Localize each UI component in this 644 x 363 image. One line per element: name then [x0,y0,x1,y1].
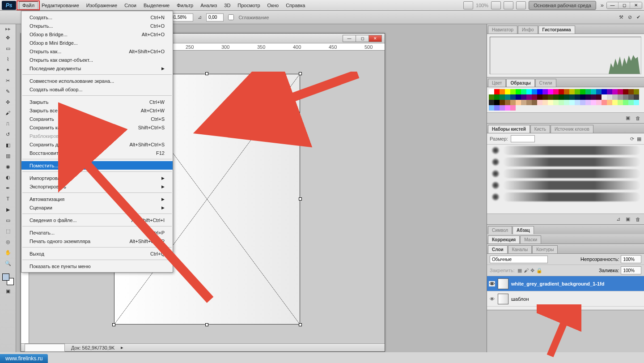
swatch[interactable] [526,100,532,105]
lock-transparent-icon[interactable]: ▦ [517,268,522,273]
file-menu-item[interactable]: СохранитьCtrl+S [21,115,173,123]
history-brush-icon[interactable]: ↺ [3,129,13,139]
tab-brush[interactable]: Кисть [530,125,550,133]
swatch[interactable] [596,89,602,94]
swatch[interactable] [542,89,548,94]
swatch[interactable] [618,100,623,105]
tab-styles[interactable]: Стили [535,79,556,87]
file-menu-item[interactable]: Импортировать▶ [21,174,173,182]
tab-character[interactable]: Символ [488,226,512,234]
file-menu-item[interactable]: Поместить... [21,161,173,170]
swatch[interactable] [596,94,602,100]
swatch[interactable] [602,89,607,94]
swatch[interactable] [580,89,585,94]
brush-preset-list[interactable] [487,145,644,214]
delete-brush-icon[interactable]: 🗑 [636,217,640,222]
tab-paths[interactable]: Контуры [532,245,558,253]
file-menu-item[interactable]: Закрыть всеAlt+Ctrl+W [21,106,173,115]
quickmask-icon[interactable]: ▣ [3,286,13,296]
swatch[interactable] [532,100,537,105]
status-zoom[interactable] [25,344,65,352]
swatch[interactable] [591,100,596,105]
blur-tool-icon[interactable]: ◉ [3,162,13,171]
stamp-tool-icon[interactable]: ⎍ [3,119,13,128]
swatch[interactable] [564,100,569,105]
lock-position-icon[interactable]: ✥ [530,268,534,273]
path-select-icon[interactable]: ▶ [3,205,13,214]
swatch[interactable] [564,89,569,94]
swatch[interactable] [553,100,559,105]
swatch[interactable] [585,94,591,100]
file-menu-item[interactable]: Совместное использование экрана... [21,77,173,85]
swatch[interactable] [602,100,607,105]
file-menu-item[interactable]: Сведения о файле...Alt+Shift+Ctrl+I [21,216,173,224]
transform-handle[interactable] [205,323,208,326]
anti-alias-checkbox[interactable] [228,14,234,20]
warp-icon[interactable]: ⚒ [619,14,623,20]
swatch[interactable] [489,94,494,100]
swatch[interactable] [510,89,516,94]
menu-filter[interactable]: Фильтр [173,1,197,9]
move-tool-icon[interactable]: ✥ [3,33,13,43]
tab-channels[interactable]: Каналы [508,245,532,253]
eyedropper-tool-icon[interactable]: ✎ [3,86,13,96]
doc-min-icon[interactable]: — [607,2,619,9]
swatch[interactable] [505,100,510,105]
file-menu-item[interactable]: Сохранить как...Shift+Ctrl+S [21,123,173,132]
screen-mode-icon[interactable] [504,1,513,9]
file-menu-item[interactable]: Последние документы▶ [21,64,173,73]
doc-max-icon[interactable]: ◻ [619,2,630,9]
swatch[interactable] [585,100,591,105]
extras-icon[interactable] [516,1,526,9]
file-menu-item[interactable]: Открыть...Ctrl+O [21,21,173,30]
menu-image[interactable]: Изображение [83,1,121,9]
swatch[interactable] [537,94,542,100]
swatch[interactable] [537,100,542,105]
file-menu-item[interactable]: Экспортировать▶ [21,182,173,191]
lasso-tool-icon[interactable]: ⌇ [3,54,13,64]
swatch[interactable] [505,105,510,111]
docwin-close-icon[interactable]: ✕ [369,35,382,42]
tab-brush-presets[interactable]: Наборы кистей [488,125,530,133]
shape-tool-icon[interactable]: ▭ [3,215,13,225]
swatch[interactable] [489,100,494,105]
tab-paragraph[interactable]: Абзац [513,226,534,234]
file-menu-item[interactable]: Открыть как смарт-объект... [21,56,173,64]
menu-view[interactable]: Просмотр [234,1,263,9]
layer-row[interactable]: 👁 white_grey_gradient_background_1-1fd [487,276,644,291]
swatch[interactable] [559,100,564,105]
transform-handle[interactable] [112,323,115,326]
commit-transform-icon[interactable]: ✔ [636,14,640,20]
swatch[interactable] [510,105,516,111]
file-menu-item[interactable]: Автоматизация▶ [21,195,173,203]
file-menu-item[interactable]: ЗакрытьCtrl+W [21,98,173,106]
swatch[interactable] [569,100,575,105]
swatch[interactable] [500,89,505,94]
docwin-min-icon[interactable]: — [343,35,356,42]
doc-close-icon[interactable]: ✕ [630,2,642,9]
swatch[interactable] [575,100,580,105]
cancel-transform-icon[interactable]: ⊘ [628,14,632,20]
angle-field[interactable]: 0,00 [206,13,224,21]
swatch[interactable] [569,94,575,100]
swatch[interactable] [575,89,580,94]
gradient-tool-icon[interactable]: ▥ [3,151,13,161]
heal-tool-icon[interactable]: ✜ [3,97,13,107]
tab-color[interactable]: Цвет [488,79,506,87]
swatch[interactable] [494,105,500,111]
swatch[interactable] [575,94,580,100]
swatch[interactable] [564,94,569,100]
visibility-toggle-icon[interactable]: 👁 [489,296,495,302]
swatch[interactable] [553,94,559,100]
tab-histogram[interactable]: Гистограмма [538,26,575,34]
swatch[interactable] [532,89,537,94]
tab-layers[interactable]: Слои [488,245,508,253]
workspace-button[interactable]: Основная рабочая среда [529,1,596,10]
swatch[interactable] [521,94,526,100]
swatch[interactable] [607,89,612,94]
swatch[interactable] [526,89,532,94]
swatch[interactable] [612,94,618,100]
swatch[interactable] [526,94,532,100]
file-menu-item[interactable]: ВыходCtrl+Q [21,249,173,258]
swatch[interactable] [580,100,585,105]
